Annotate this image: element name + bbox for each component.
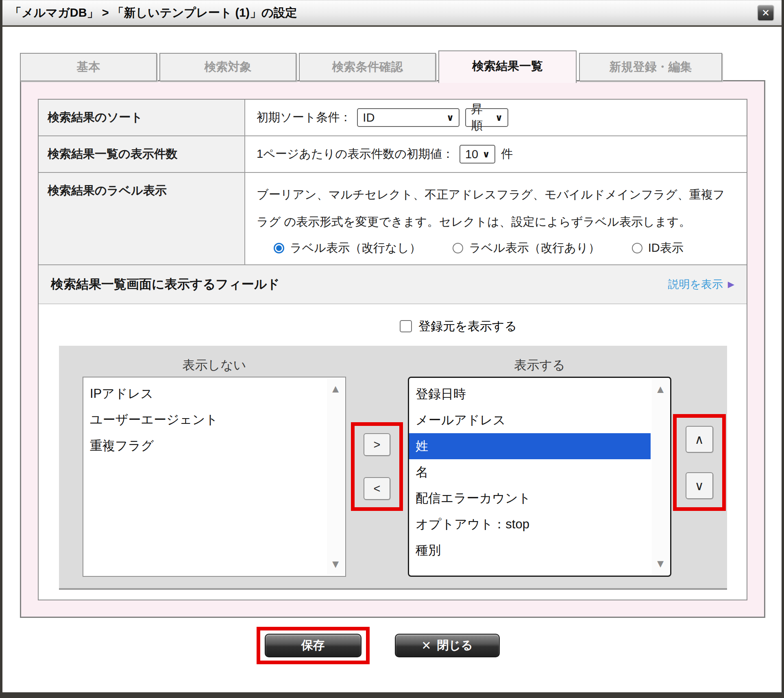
hidden-fields-listbox[interactable]: IPアドレス ユーザーエージェント 重複フラグ ▲ ▼: [83, 377, 346, 577]
save-annotation-box: 保存: [257, 627, 370, 664]
tab-search-conditions[interactable]: 検索条件確認: [299, 53, 436, 81]
fields-section-header: 検索結果一覧画面に表示するフィールド 説明を表示 ▶: [39, 265, 747, 304]
dialog-content: 基本 検索対象 検索条件確認 検索結果一覧 新規登録・編集 検索結果のソート 初…: [2, 27, 782, 664]
hidden-fields-column: 表示しない IPアドレス ユーザーエージェント 重複フラグ ▲ ▼: [83, 354, 346, 577]
tab-basic[interactable]: 基本: [20, 53, 157, 81]
show-description-label: 説明を表示: [668, 277, 723, 292]
chevron-down-icon: ∨: [446, 112, 454, 123]
scroll-up-icon[interactable]: ▲: [655, 384, 666, 395]
chevron-down-icon: ∨: [482, 149, 490, 160]
count-row-label: 検索結果一覧の表示件数: [39, 136, 245, 172]
page-size-select[interactable]: 10 ∨: [460, 145, 495, 164]
shown-fields-header: 表示する: [408, 354, 671, 377]
radio-unselected-icon: [632, 243, 642, 253]
close-x-icon: ✕: [421, 639, 431, 652]
dual-list-container: 表示しない IPアドレス ユーザーエージェント 重複フラグ ▲ ▼: [59, 346, 727, 590]
label-row-label: 検索結果のラベル表示: [39, 173, 245, 264]
settings-panel: 検索結果のソート 初期ソート条件： ID ∨ 昇順 ∨: [20, 80, 765, 618]
hidden-fields-header: 表示しない: [83, 354, 346, 377]
list-item[interactable]: メールアドレス: [409, 407, 651, 433]
tab-new-edit[interactable]: 新規登録・編集: [579, 53, 722, 81]
page-size-prefix: 1ページあたりの表示件数の初期値：: [257, 146, 454, 162]
scroll-down-icon[interactable]: ▼: [655, 558, 666, 569]
radio-label: ラベル表示（改行あり）: [469, 240, 600, 256]
save-button[interactable]: 保存: [265, 634, 362, 657]
list-item[interactable]: IPアドレス: [83, 381, 326, 407]
page-size-suffix: 件: [501, 146, 513, 162]
hidden-fields-items: IPアドレス ユーザーエージェント 重複フラグ: [83, 377, 326, 459]
show-source-checkbox[interactable]: [400, 320, 412, 332]
sort-field-value: ID: [363, 111, 375, 124]
list-item[interactable]: ユーザーエージェント: [83, 407, 326, 433]
show-description-link[interactable]: 説明を表示 ▶: [668, 277, 734, 292]
chevron-down-icon: ∨: [495, 112, 503, 123]
close-button[interactable]: ✕: [757, 5, 774, 21]
move-buttons-annotation-box: > <: [351, 422, 403, 511]
list-item[interactable]: 種別: [409, 537, 651, 563]
move-up-button[interactable]: ∧: [686, 426, 713, 453]
sort-field-label: 初期ソート条件：: [257, 109, 351, 126]
title-bar: 「メルマガDB」 > 「新しいテンプレート (1)」の設定 ✕: [2, 0, 782, 27]
reorder-buttons-column: ∧ ∨: [671, 354, 727, 577]
list-item[interactable]: 配信エラーカウント: [409, 485, 651, 511]
label-row-value: ブーリアン、マルチセレクト、不正アドレスフラグ、モバイルドメインフラグ、重複フラ…: [245, 173, 747, 264]
move-buttons-column: > <: [346, 354, 408, 577]
shown-fields-scrollbar[interactable]: ▲ ▼: [652, 379, 669, 574]
label-display-description: ブーリアン、マルチセレクト、不正アドレスフラグ、モバイルドメインフラグ、重複フラ…: [257, 181, 735, 235]
dialog-title: 「メルマガDB」 > 「新しいテンプレート (1)」の設定: [10, 5, 297, 21]
page-size-value: 10: [465, 148, 478, 161]
close-dialog-button[interactable]: ✕ 閉じる: [395, 634, 500, 657]
radio-label: ID表示: [648, 240, 684, 256]
list-item[interactable]: 重複フラグ: [83, 433, 326, 459]
list-item[interactable]: 名: [409, 459, 651, 485]
row-label-display: 検索結果のラベル表示 ブーリアン、マルチセレクト、不正アドレスフラグ、モバイルド…: [39, 173, 747, 265]
close-button-label: 閉じる: [437, 637, 473, 654]
show-source-checkbox-row[interactable]: 登録元を表示する: [400, 318, 747, 334]
row-count: 検索結果一覧の表示件数 1ページあたりの表示件数の初期値： 10 ∨ 件: [39, 136, 747, 173]
tab-bar: 基本 検索対象 検索条件確認 検索結果一覧 新規登録・編集: [20, 49, 765, 81]
sort-order-select[interactable]: 昇順 ∨: [465, 108, 508, 127]
sort-row-value: 初期ソート条件： ID ∨ 昇順 ∨: [245, 100, 747, 135]
tab-search-target[interactable]: 検索対象: [159, 53, 296, 81]
radio-option-label-no-break[interactable]: ラベル表示（改行なし）: [274, 240, 421, 256]
list-item-selected[interactable]: 姓: [409, 433, 651, 459]
scroll-up-icon[interactable]: ▲: [330, 384, 341, 395]
shown-fields-items: 登録日時 メールアドレス 姓 名 配信エラーカウント オプトアウト：stop 種…: [409, 378, 651, 563]
triangle-right-icon: ▶: [728, 279, 734, 289]
footer-button-bar: 保存 ✕ 閉じる: [5, 627, 751, 664]
move-left-button[interactable]: <: [364, 477, 390, 500]
radio-option-label-break[interactable]: ラベル表示（改行あり）: [453, 240, 600, 256]
list-item[interactable]: 登録日時: [409, 381, 651, 407]
radio-unselected-icon: [453, 243, 463, 253]
sort-row-label: 検索結果のソート: [39, 100, 245, 135]
show-source-label: 登録元を表示する: [418, 318, 517, 335]
reorder-buttons-annotation-box: ∧ ∨: [673, 414, 726, 511]
count-row-value: 1ページあたりの表示件数の初期値： 10 ∨ 件: [245, 136, 747, 172]
dialog-window: 「メルマガDB」 > 「新しいテンプレート (1)」の設定 ✕ 基本 検索対象 …: [0, 0, 784, 698]
sort-order-value: 昇順: [471, 101, 491, 134]
move-down-button[interactable]: ∨: [686, 472, 713, 499]
tab-search-results[interactable]: 検索結果一覧: [438, 50, 577, 83]
row-sort: 検索結果のソート 初期ソート条件： ID ∨ 昇順 ∨: [39, 100, 747, 136]
close-icon: ✕: [762, 7, 770, 19]
radio-option-id-display[interactable]: ID表示: [632, 240, 684, 256]
shown-fields-listbox[interactable]: 登録日時 メールアドレス 姓 名 配信エラーカウント オプトアウト：stop 種…: [408, 377, 671, 577]
label-display-radio-group: ラベル表示（改行なし） ラベル表示（改行あり） ID表示: [274, 240, 735, 256]
move-right-button[interactable]: >: [364, 433, 390, 456]
list-item[interactable]: オプトアウト：stop: [409, 511, 651, 537]
hidden-fields-scrollbar[interactable]: ▲ ▼: [327, 379, 344, 575]
fields-body: 登録元を表示する 表示しない IPアドレス ユーザーエージェント 重複フラグ: [39, 304, 747, 600]
fields-section-title: 検索結果一覧画面に表示するフィールド: [51, 276, 280, 293]
scroll-down-icon[interactable]: ▼: [330, 559, 341, 570]
sort-field-select[interactable]: ID ∨: [357, 108, 460, 127]
radio-selected-icon: [274, 243, 284, 253]
shown-fields-column: 表示する 登録日時 メールアドレス 姓 名 配信エラーカウント オプトアウト：s…: [408, 354, 671, 577]
settings-table: 検索結果のソート 初期ソート条件： ID ∨ 昇順 ∨: [38, 99, 747, 600]
radio-label: ラベル表示（改行なし）: [290, 240, 421, 256]
save-button-label: 保存: [301, 637, 325, 654]
